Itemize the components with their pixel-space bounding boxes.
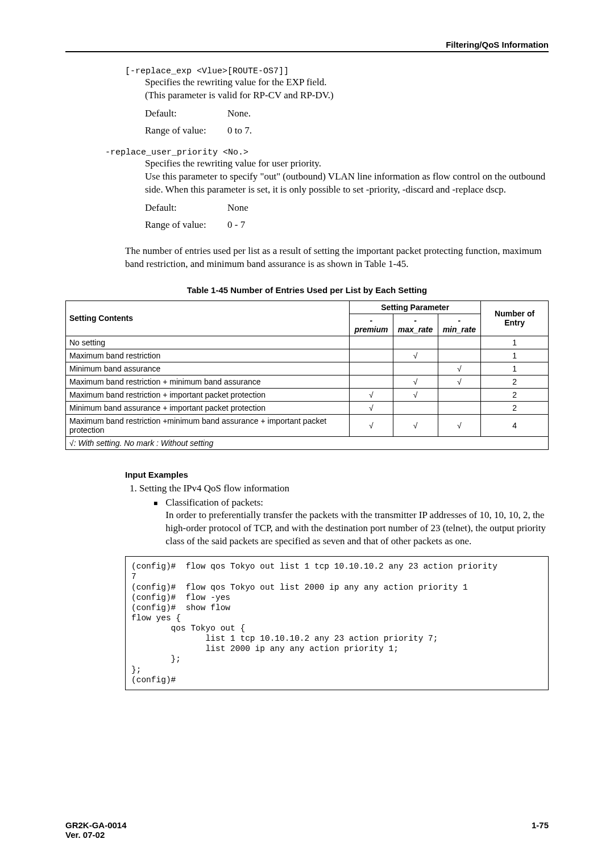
default-label: Default:	[145, 202, 227, 214]
cell-contents: Maximum band restriction + important pac…	[66, 388, 350, 401]
default-value: None	[227, 202, 248, 214]
range-row: Range of value: 0 - 7	[145, 219, 549, 231]
code-example: (config)# flow qos Tokyo out list 1 tcp …	[125, 556, 549, 690]
range-row: Range of value: 0 to 7.	[145, 125, 549, 136]
page-number: 1-75	[532, 820, 549, 840]
cell-max-rate	[393, 401, 438, 414]
cell-max-rate: √	[393, 388, 438, 401]
table-row: Maximum band restriction + minimum band …	[66, 375, 549, 388]
table-row: No setting1	[66, 336, 549, 349]
cell-premium	[350, 362, 393, 375]
default-row: Default: None.	[145, 108, 549, 119]
settings-table: Setting Contents Setting Parameter Numbe…	[65, 301, 549, 450]
cell-min-rate	[438, 336, 481, 349]
cell-max-rate	[393, 362, 438, 375]
bullet-label: Classification of packets:	[165, 497, 263, 508]
cell-min-rate: √	[438, 375, 481, 388]
th-premium: -premium	[350, 314, 393, 336]
description-text: Specifies the rewriting value for the EX…	[145, 76, 549, 89]
cell-min-rate	[438, 401, 481, 414]
section-header: Filtering/QoS Information	[65, 40, 549, 52]
default-value: None.	[227, 108, 251, 119]
cell-contents: Minimum band assurance + important packe…	[66, 401, 350, 414]
default-row: Default: None	[145, 202, 549, 214]
description-text: Use this parameter to specify "out" (out…	[145, 170, 549, 197]
cell-entry: 4	[481, 414, 549, 436]
example-item: Setting the IPv4 QoS flow information ■ …	[139, 482, 549, 549]
cell-contents: Maximum band restriction + minimum band …	[66, 375, 350, 388]
range-value: 0 - 7	[227, 219, 245, 231]
param-replace-user-priority: -replace_user_priority <No.> Specifies t…	[125, 148, 549, 231]
th-entry: Number of Entry	[481, 301, 549, 336]
cell-entry: 2	[481, 388, 549, 401]
cell-premium	[350, 375, 393, 388]
table-row: Minimum band assurance√1	[66, 362, 549, 375]
syntax-line: [-replace_exp <Vlue>[ROUTE-OS7]]	[125, 66, 549, 76]
cell-min-rate: √	[438, 362, 481, 375]
th-contents: Setting Contents	[66, 301, 350, 336]
square-bullet-icon: ■	[154, 499, 157, 549]
range-value: 0 to 7.	[227, 125, 252, 136]
cell-contents: No setting	[66, 336, 350, 349]
document-page: Filtering/QoS Information [-replace_exp …	[0, 0, 614, 868]
cell-premium	[350, 349, 393, 362]
cell-max-rate: √	[393, 349, 438, 362]
table-row: Minimum band assurance + important packe…	[66, 401, 549, 414]
default-label: Default:	[145, 108, 227, 119]
cell-min-rate: √	[438, 414, 481, 436]
doc-number: GR2K-GA-0014	[65, 820, 127, 830]
th-max-rate: -max_rate	[393, 314, 438, 336]
cell-premium: √	[350, 388, 393, 401]
cell-min-rate	[438, 388, 481, 401]
cell-contents: Maximum band restriction	[66, 349, 350, 362]
page-footer: GR2K-GA-0014 Ver. 07-02 1-75	[65, 820, 549, 840]
cell-premium: √	[350, 414, 393, 436]
cell-entry: 2	[481, 401, 549, 414]
cell-premium	[350, 336, 393, 349]
range-label: Range of value:	[145, 125, 227, 136]
param-replace-exp: [-replace_exp <Vlue>[ROUTE-OS7]] Specifi…	[125, 66, 549, 136]
intro-paragraph: The number of entries used per list as a…	[125, 245, 549, 271]
table-row: Maximum band restriction +minimum band a…	[66, 414, 549, 436]
cell-entry: 2	[481, 375, 549, 388]
cell-min-rate	[438, 349, 481, 362]
table-legend: √: With setting. No mark : Without setti…	[66, 436, 549, 449]
cell-premium: √	[350, 401, 393, 414]
example-bullet: ■ Classification of packets: In order to…	[139, 496, 549, 549]
cell-max-rate: √	[393, 414, 438, 436]
cell-max-rate: √	[393, 375, 438, 388]
input-examples-heading: Input Examples	[125, 470, 549, 479]
cell-contents: Maximum band restriction +minimum band a…	[66, 414, 350, 436]
doc-version: Ver. 07-02	[65, 830, 127, 840]
description-text: Specifies the rewriting value for user p…	[145, 157, 549, 170]
example-title: Setting the IPv4 QoS flow information	[139, 483, 289, 494]
th-param-group: Setting Parameter	[350, 301, 481, 314]
table-row: Maximum band restriction√1	[66, 349, 549, 362]
cell-entry: 1	[481, 336, 549, 349]
description-text: (This parameter is valid for RP-CV and R…	[145, 89, 549, 102]
cell-entry: 1	[481, 349, 549, 362]
cell-contents: Minimum band assurance	[66, 362, 350, 375]
cell-entry: 1	[481, 362, 549, 375]
table-row: Maximum band restriction + important pac…	[66, 388, 549, 401]
examples-list: Setting the IPv4 QoS flow information ■ …	[139, 482, 549, 549]
bullet-content: Classification of packets: In order to p…	[165, 496, 549, 549]
syntax-line: -replace_user_priority <No.>	[105, 148, 549, 157]
cell-max-rate	[393, 336, 438, 349]
range-label: Range of value:	[145, 219, 227, 231]
table-caption: Table 1-45 Number of Entries Used per Li…	[65, 285, 549, 295]
th-min-rate: -min_rate	[438, 314, 481, 336]
bullet-text: In order to preferentially transfer the …	[165, 510, 546, 546]
